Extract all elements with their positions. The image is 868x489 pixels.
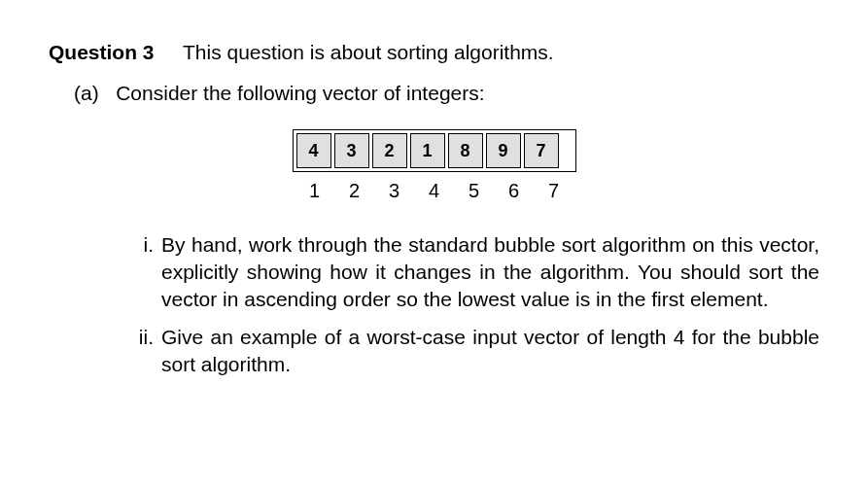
vector-index: 4 <box>416 178 453 204</box>
vector-cell: 8 <box>448 133 483 168</box>
vector-index: 6 <box>496 178 533 204</box>
vector-cell: 9 <box>486 133 521 168</box>
part-a-text: Consider the following vector of integer… <box>116 82 484 104</box>
vector-cell: 2 <box>372 133 407 168</box>
subpart-i-label: i. <box>128 231 154 314</box>
vector-indices: 1 2 3 4 5 6 7 <box>293 178 576 204</box>
vector-index: 7 <box>536 178 573 204</box>
vector-index: 1 <box>296 178 333 204</box>
vector-index: 5 <box>456 178 493 204</box>
vector-cell: 3 <box>334 133 369 168</box>
vector-index: 3 <box>376 178 413 204</box>
subpart-i-text: By hand, work through the standard bubbl… <box>161 231 819 314</box>
subpart-ii: ii. Give an example of a worst-case inpu… <box>128 324 819 379</box>
subpart-i: i. By hand, work through the standard bu… <box>128 231 819 314</box>
part-a-label: (a) <box>74 82 99 104</box>
vector-index: 2 <box>336 178 373 204</box>
vector-diagram: 4 3 2 1 8 9 7 1 2 3 4 5 6 7 <box>49 129 819 204</box>
subpart-ii-text: Give an example of a worst-case input ve… <box>161 324 819 379</box>
subpart-ii-label: ii. <box>128 324 154 379</box>
vector-cell: 4 <box>296 133 331 168</box>
question-header: Question 3 This question is about sortin… <box>49 39 819 66</box>
question-page: Question 3 This question is about sortin… <box>0 0 868 378</box>
question-description: This question is about sorting algorithm… <box>183 41 554 63</box>
vector-cell: 7 <box>524 133 559 168</box>
subparts: i. By hand, work through the standard bu… <box>128 231 819 379</box>
part-a: (a) Consider the following vector of int… <box>74 80 819 107</box>
vector-cell: 1 <box>410 133 445 168</box>
vector-cells: 4 3 2 1 8 9 7 <box>293 129 576 172</box>
question-label: Question 3 <box>49 39 155 66</box>
